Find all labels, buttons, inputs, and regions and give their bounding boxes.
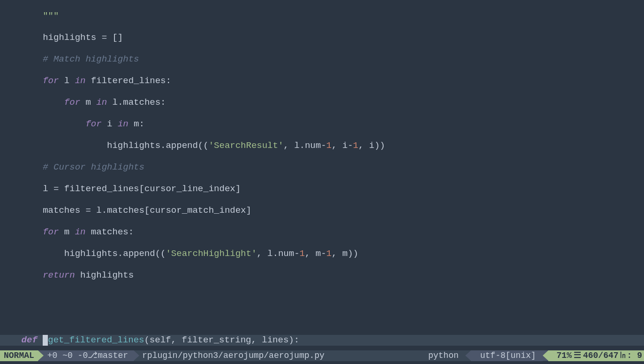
comment: # Match highlights	[43, 54, 139, 64]
number: 1	[326, 140, 332, 151]
keyword: in	[118, 119, 129, 129]
keyword: in	[96, 97, 107, 108]
lines-icon: ☰	[572, 350, 583, 361]
file-path: rplugin/python3/aerojump/aerojump.py	[134, 350, 422, 361]
keyword: for	[85, 119, 101, 129]
git-branch: master	[98, 350, 128, 361]
separator-icon	[465, 350, 471, 361]
cursor	[43, 335, 48, 346]
string: 'SearchResult'	[209, 140, 284, 151]
encoding: utf-8[unix]	[471, 350, 543, 361]
position-info: 71% ☰ 460/647 ㏑ : 9	[548, 350, 644, 361]
keyword: in	[75, 227, 86, 237]
number: 1	[300, 248, 305, 259]
keyword: for	[43, 227, 59, 237]
code-editor[interactable]: """ highlights = [] # Match highlights f…	[0, 0, 644, 353]
number: 1	[353, 140, 358, 151]
function-name: get_filtered_lines	[48, 335, 144, 345]
mode-indicator: NORMAL	[0, 350, 38, 361]
filetype: python	[422, 350, 465, 361]
code-line: l = filtered_lines[cursor_line_index]	[0, 184, 241, 194]
code-line: matches = l.matches[cursor_match_index]	[0, 205, 251, 216]
keyword: for	[43, 76, 59, 86]
git-hunks: +0 ~0 -0 ⎇ master	[38, 350, 134, 361]
command-line[interactable]	[0, 361, 644, 364]
separator-icon	[38, 350, 44, 361]
cursor-line: def get_filtered_lines(self, filter_stri…	[0, 335, 644, 346]
string: 'SearchHighlight'	[166, 248, 257, 259]
keyword: return	[43, 270, 75, 280]
keyword: in	[75, 76, 86, 86]
linecol-icon: ㏑	[619, 350, 627, 361]
separator-icon	[543, 350, 548, 361]
number: 1	[326, 248, 332, 259]
statusline: NORMAL +0 ~0 -0 ⎇ master rplugin/python3…	[0, 350, 644, 361]
keyword-def: def	[22, 335, 38, 345]
keyword: for	[64, 97, 80, 108]
code-line: """	[0, 11, 59, 21]
separator-icon	[134, 350, 139, 361]
branch-icon: ⎇	[88, 350, 98, 361]
comment: # Cursor highlights	[43, 162, 144, 172]
code-line: highlights = []	[0, 32, 123, 43]
